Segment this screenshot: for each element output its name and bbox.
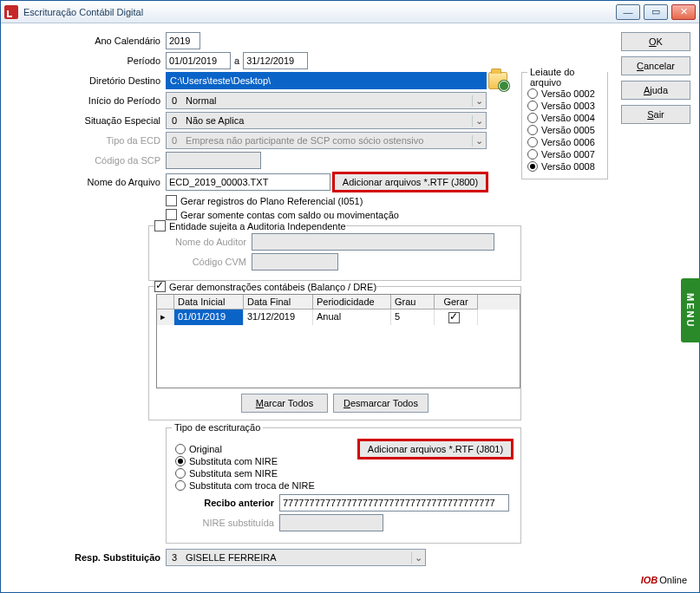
label-inicio: Início do Período	[10, 95, 166, 106]
label-situacao: Situação Especial	[10, 115, 166, 126]
label-nome-arq: Nome do Arquivo	[10, 177, 166, 187]
label-a: a	[231, 55, 243, 66]
cod-cvm-input	[252, 253, 338, 270]
cod-scp-input	[166, 152, 261, 169]
radio-troca-nire[interactable]: Substituta com troca de NIRE	[175, 480, 512, 491]
nome-auditor-input	[252, 233, 494, 251]
table-row[interactable]: ▸ 01/01/2019 31/12/2019 Anual 5	[157, 310, 520, 325]
label-dir: Diretório Destino	[10, 75, 166, 86]
resp-sub-select[interactable]: 3 GISELLE FERREIRA ⌄	[166, 549, 426, 566]
minimize-button[interactable]: —	[616, 4, 640, 20]
label-periodo: Período	[10, 55, 166, 66]
titlebar: Escrituração Contábil Digital — ▭ ✕	[1, 1, 699, 23]
nire-sub-input	[279, 514, 383, 531]
label-cod-scp: Código da SCP	[10, 155, 166, 166]
brand-footer: IOBOnline	[641, 575, 687, 585]
tipo-escrituracao-group: Tipo de escrituração Adicionar arquivos …	[166, 427, 521, 544]
maximize-button[interactable]: ▭	[644, 4, 668, 20]
chevron-down-icon: ⌄	[472, 115, 486, 127]
chevron-down-icon: ⌄	[472, 95, 486, 107]
chk-auditoria[interactable]	[154, 220, 166, 231]
chk-demonstracoes[interactable]	[154, 281, 166, 292]
inicio-select[interactable]: 0 Normal ⌄	[166, 92, 487, 109]
ok-button[interactable]: OK	[621, 32, 690, 51]
app-icon	[4, 5, 18, 19]
periodo-ini-input[interactable]	[166, 52, 231, 69]
chevron-down-icon: ⌄	[472, 135, 486, 147]
close-button[interactable]: ✕	[671, 4, 696, 20]
chk-plano[interactable]	[166, 195, 177, 206]
label-ano: Ano Calendário	[10, 36, 166, 46]
cancel-button[interactable]: Cancelar	[621, 56, 690, 75]
dir-input[interactable]: C:\Users\teste\Desktop\	[166, 72, 487, 89]
help-button[interactable]: Ajuda	[621, 81, 690, 100]
ano-input[interactable]	[166, 32, 200, 49]
desmarcar-todos-button[interactable]: Desmarcar Todos	[333, 394, 429, 413]
recibo-input[interactable]	[279, 494, 509, 512]
situacao-select[interactable]: 0 Não se Aplica ⌄	[166, 112, 487, 129]
nome-arquivo-input[interactable]	[166, 173, 330, 191]
chk-saldo[interactable]	[166, 209, 177, 220]
menu-tab[interactable]: MENU	[681, 278, 700, 342]
chevron-down-icon: ⌄	[411, 552, 425, 564]
radio-sem-nire[interactable]: Substituta sem NIRE	[175, 468, 512, 479]
window-title: Escrituração Contábil Digital	[23, 7, 143, 17]
browse-folder-icon[interactable]	[488, 72, 507, 89]
periodo-fim-input[interactable]	[243, 52, 308, 69]
gerar-chk[interactable]	[448, 312, 460, 323]
add-rtf-j800-button[interactable]: Adicionar arquivos *.RTF (J800)	[332, 172, 488, 192]
marcar-todos-button[interactable]: Marcar Todos	[241, 394, 328, 413]
tipo-ecd-select: 0 Empresa não participante de SCP como s…	[166, 132, 487, 149]
label-tipo-ecd: Tipo da ECD	[10, 135, 166, 146]
demo-table: Data Inicial Data Final Periodicidade Gr…	[156, 294, 520, 388]
add-rtf-j801-button[interactable]: Adicionar arquivos *.RTF (J801)	[357, 439, 514, 459]
exit-button[interactable]: Sair	[621, 105, 690, 124]
